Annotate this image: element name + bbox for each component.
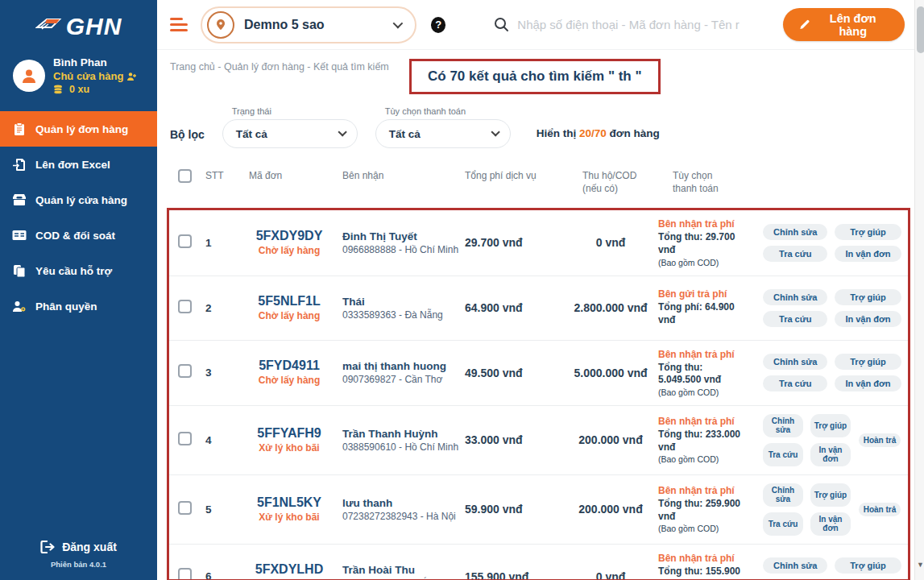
payment-total: Tổng thu: 233.000 vnđ bbox=[658, 429, 748, 454]
help-icon[interactable]: ? bbox=[431, 17, 445, 33]
action-button[interactable]: Chỉnh sửa bbox=[763, 483, 803, 507]
order-status: Xử lý kho bãi bbox=[236, 512, 342, 524]
receiver-cell: lưu thanh07238272382943 - Hà Nội bbox=[342, 497, 465, 522]
filter-label: Bộ lọc bbox=[170, 128, 205, 148]
action-button[interactable]: Trợ giúp bbox=[835, 224, 901, 240]
sidebar-item-cod-doi-soat[interactable]: COD & đối soát bbox=[0, 218, 157, 253]
payment-total: Tổng thu: 259.900 vnđ bbox=[658, 498, 748, 523]
cod-amount: 0 vnđ bbox=[563, 236, 658, 249]
column-header-ma-don: Mã đơn bbox=[236, 169, 342, 182]
sidebar-item-yeu-cau-ho-tro[interactable]: Yêu cầu hỗ trợ bbox=[0, 253, 157, 288]
select-all-checkbox[interactable] bbox=[178, 169, 192, 183]
action-button[interactable]: Trợ giúp bbox=[835, 557, 901, 574]
row-checkbox[interactable] bbox=[178, 568, 192, 580]
action-grid: Chỉnh sửaTrợ giúpTra cứuIn vận đơn bbox=[763, 354, 901, 392]
filter-row: Bộ lọc Trạng thái Tất cả Tùy chọn thanh … bbox=[157, 105, 914, 158]
action-button[interactable]: In vận đơn bbox=[810, 512, 851, 536]
order-status: Chờ lấy hàng bbox=[236, 245, 342, 257]
table-row: 25F5NLF1LChờ lấy hàngThái0333589363 - Đà… bbox=[169, 276, 908, 341]
search-input[interactable] bbox=[517, 18, 783, 31]
ghn-logo: GHN bbox=[0, 0, 157, 48]
payment-option-cell: Bên nhận trả phíTổng thu: 5.049.500 vnđ(… bbox=[658, 349, 763, 397]
action-button[interactable]: Trợ giúp bbox=[810, 414, 851, 437]
action-button[interactable]: Trợ giúp bbox=[810, 483, 851, 507]
receiver-cell: Trần Thanh Huỳnh0388590610 - Hồ Chí Minh bbox=[342, 428, 465, 453]
receiver-name: lưu thanh bbox=[342, 497, 465, 509]
sidebar-item-quan-ly-cua-hang[interactable]: Quản lý cửa hàng bbox=[0, 182, 157, 218]
action-button[interactable]: In vận đơn bbox=[835, 375, 901, 392]
person-icon bbox=[19, 66, 39, 85]
action-button[interactable]: Trợ giúp bbox=[835, 354, 901, 370]
action-button[interactable]: Chỉnh sửa bbox=[763, 354, 827, 370]
row-checkbox[interactable] bbox=[178, 234, 192, 248]
logout-button[interactable]: Đăng xuất bbox=[0, 541, 157, 560]
order-status: Xử lý kho bãi bbox=[236, 442, 342, 454]
receiver-name: Trần Hoài Thu bbox=[342, 564, 465, 576]
scrollbar[interactable]: ▼ bbox=[914, 0, 924, 580]
sidebar-item-quan-ly-don-hang[interactable]: Quản lý đơn hàng bbox=[0, 111, 157, 147]
order-code-cell: 5FXDYLHDHoàn hàng thành công bbox=[236, 562, 342, 580]
row-checkbox[interactable] bbox=[178, 501, 192, 515]
order-code-link[interactable]: 5F1NL5KY bbox=[236, 495, 342, 510]
cod-amount: 0 vnđ bbox=[563, 570, 658, 580]
sidebar-item-len-don-excel[interactable]: Lên đơn Excel bbox=[0, 147, 157, 182]
table-header: STT Mã đơn Bên nhận Tổng phí dịch vụ Thu… bbox=[157, 158, 914, 208]
action-button[interactable]: Tra cứu bbox=[763, 443, 803, 466]
row-checkbox[interactable] bbox=[178, 300, 192, 313]
table-row: 15FXDY9DYChờ lấy hàngĐinh Thị Tuyết09668… bbox=[169, 210, 908, 276]
store-selector-value: Demno 5 sao bbox=[244, 18, 383, 32]
hamburger-menu-icon[interactable] bbox=[170, 18, 188, 31]
status-filter-label: Trạng thái bbox=[222, 106, 358, 116]
receiver-name: Trần Thanh Huỳnh bbox=[342, 428, 465, 440]
create-order-button[interactable]: Lên đơn hàng bbox=[783, 8, 904, 41]
payment-option-cell: Bên gửi trả phíTổng phí: 64.900 vnđ bbox=[658, 288, 763, 326]
status-filter-select[interactable]: Tất cả bbox=[222, 119, 358, 148]
service-fee: 59.900 vnđ bbox=[465, 503, 563, 516]
action-button[interactable]: Tra cứu bbox=[763, 246, 827, 262]
action-button[interactable]: Tra cứu bbox=[763, 311, 827, 327]
row-index: 4 bbox=[205, 434, 236, 446]
payment-filter-select[interactable]: Tất cả bbox=[375, 119, 511, 148]
action-button[interactable]: In vận đơn bbox=[810, 443, 851, 466]
row-index: 3 bbox=[205, 367, 236, 379]
store-selector-dropdown[interactable]: Demno 5 sao bbox=[201, 6, 416, 44]
order-code-link[interactable]: 5FYD4911 bbox=[236, 358, 342, 373]
sidebar-item-label: Quản lý đơn hàng bbox=[35, 123, 128, 135]
row-actions: Chỉnh sửaTrợ giúpTra cứuIn vận đơn bbox=[763, 289, 908, 327]
receiver-phone-city: 0388590610 - Hồ Chí Minh bbox=[342, 441, 465, 453]
payment-option-cell: Bên nhận trả phíTổng thu: 259.900 vnđ(Ba… bbox=[658, 485, 763, 533]
store-icon bbox=[11, 193, 27, 206]
avatar[interactable] bbox=[13, 60, 45, 92]
order-code-link[interactable]: 5FXDYLHD bbox=[236, 562, 342, 577]
action-button[interactable]: Chỉnh sửa bbox=[763, 289, 827, 305]
action-button[interactable]: Hoàn trả bbox=[859, 503, 901, 517]
order-code-link[interactable]: 5F5NLF1L bbox=[236, 294, 342, 309]
row-actions: Chỉnh sửaTrợ giúpTra cứuIn vận đơn bbox=[763, 557, 908, 580]
order-code-link[interactable]: 5FFYAFH9 bbox=[236, 426, 342, 441]
sidebar-item-phan-quyen[interactable]: Phân quyền bbox=[0, 288, 157, 324]
scrollbar-thumb[interactable] bbox=[917, 6, 924, 53]
action-button[interactable]: In vận đơn bbox=[835, 311, 901, 327]
action-button[interactable]: Hoàn trả bbox=[859, 433, 901, 448]
search-area bbox=[494, 17, 783, 32]
action-button[interactable]: Tra cứu bbox=[763, 375, 827, 392]
action-button[interactable]: Chỉnh sửa bbox=[763, 414, 803, 437]
action-button[interactable]: Trợ giúp bbox=[835, 289, 901, 305]
order-status: Chờ lấy hàng bbox=[236, 375, 342, 387]
scrollbar-down-arrow-icon[interactable]: ▼ bbox=[915, 561, 924, 569]
row-checkbox[interactable] bbox=[178, 364, 192, 378]
action-button[interactable]: Chỉnh sửa bbox=[763, 224, 827, 240]
status-filter-value: Tất cả bbox=[236, 128, 267, 140]
action-grid: Chỉnh sửaTrợ giúpTra cứuIn vận đơn bbox=[763, 483, 851, 536]
action-button[interactable]: Tra cứu bbox=[763, 512, 803, 536]
order-table-body: 15FXDY9DYChờ lấy hàngĐinh Thị Tuyết09668… bbox=[167, 208, 910, 580]
row-checkbox[interactable] bbox=[178, 432, 192, 445]
order-code-cell: 5FXDY9DYChờ lấy hàng bbox=[236, 229, 342, 257]
row-actions: Chỉnh sửaTrợ giúpTra cứuIn vận đơn bbox=[763, 224, 908, 262]
payment-note: (Bao gồm COD) bbox=[658, 387, 763, 397]
column-header-thu-ho: Thu hộ/COD (nếu có) bbox=[563, 169, 658, 195]
action-button[interactable]: In vận đơn bbox=[835, 246, 901, 262]
receiver-phone-city: 0333589363 - Đà Nẵng bbox=[342, 309, 465, 321]
order-code-link[interactable]: 5FXDY9DY bbox=[236, 229, 342, 243]
action-button[interactable]: Chỉnh sửa bbox=[763, 557, 827, 574]
